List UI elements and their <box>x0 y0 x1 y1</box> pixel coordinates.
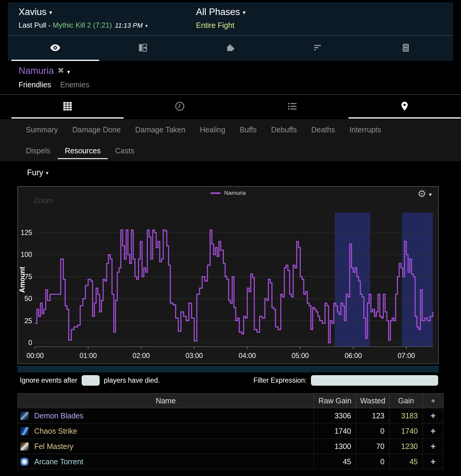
tab-damage-done[interactable]: Damage Done <box>65 122 128 138</box>
tab-interrupts[interactable]: Interrupts <box>342 122 388 138</box>
view-tabs <box>11 36 450 61</box>
table-row: Fel Mastery 1300 70 1230 + <box>18 439 444 454</box>
ability-link[interactable]: Arcane Torrent <box>34 457 83 466</box>
raw-gain-value: 1300 <box>314 439 356 454</box>
svg-text:00:00: 00:00 <box>26 352 44 360</box>
svg-text:50: 50 <box>24 295 32 303</box>
filter-expression-input[interactable] <box>311 375 438 386</box>
expand-row-button[interactable]: + <box>423 423 444 439</box>
tab-buffs[interactable]: Buffs <box>233 122 264 138</box>
ignore-events-prefix: Ignore events after <box>20 376 77 384</box>
puzzle-icon <box>226 43 235 52</box>
chevron-down-icon: ▾ <box>46 170 48 176</box>
door-icon <box>139 43 147 52</box>
pull-kill-label: Mythic Kill 2 (7:21) <box>53 21 112 29</box>
wasted-value: 0 <box>356 423 390 439</box>
view-tab-replay[interactable] <box>362 36 450 61</box>
bars-icon <box>314 45 322 51</box>
group-enemies[interactable]: Enemies <box>60 80 89 89</box>
ability-link[interactable]: Chaos Strike <box>34 427 77 435</box>
pull-prefix: Last Pull - <box>19 21 53 29</box>
table-row: Demon Blades 3306 123 3183 + <box>18 408 444 423</box>
phase-range-label: Entire Fight <box>196 21 234 30</box>
column-header-gain[interactable]: Gain <box>390 393 423 408</box>
ability-icon-demon-blades <box>20 412 29 420</box>
raw-gain-value: 1740 <box>314 423 356 439</box>
ability-link[interactable]: Demon Blades <box>34 411 83 420</box>
mode-tab-events[interactable] <box>236 95 348 119</box>
ability-icon-chaos-strike <box>20 427 29 435</box>
mode-tab-timeline[interactable] <box>124 95 236 119</box>
clock-icon <box>175 101 185 111</box>
target-selector[interactable]: Namuria✖▾ <box>19 65 70 76</box>
expand-row-button[interactable]: + <box>423 439 444 454</box>
svg-text:Amount: Amount <box>18 267 26 293</box>
boss-selector[interactable]: Xavius▾ <box>19 7 52 17</box>
grid-icon <box>63 102 72 111</box>
column-header-name[interactable]: Name <box>18 393 314 408</box>
table-header-row: Name Raw Gain Wasted Gain + <box>18 393 444 408</box>
chart-navigator[interactable] <box>17 366 439 372</box>
eye-icon <box>50 44 61 52</box>
column-header-raw-gain[interactable]: Raw Gain <box>314 393 356 408</box>
resource-type-label: Fury <box>27 168 43 177</box>
table-row: Chaos Strike 1740 0 1740 + <box>18 423 444 439</box>
tab-deaths[interactable]: Deaths <box>304 122 342 138</box>
ability-link[interactable]: Fel Mastery <box>34 442 74 451</box>
wasted-value: 0 <box>356 454 390 469</box>
report-header: Xavius▾ Last Pull - Mythic Kill 2 (7:21)… <box>8 2 453 61</box>
tab-damage-taken[interactable]: Damage Taken <box>128 122 193 138</box>
svg-text:01:00: 01:00 <box>80 352 97 360</box>
expand-row-button[interactable]: + <box>423 408 444 423</box>
tab-healing[interactable]: Healing <box>193 122 233 138</box>
filter-controls: Ignore events after players have died. F… <box>20 375 440 387</box>
expand-all-button[interactable]: + <box>423 393 444 408</box>
tab-dispels[interactable]: Dispels <box>19 143 58 159</box>
tab-casts[interactable]: Casts <box>108 143 141 159</box>
svg-text:25: 25 <box>24 317 32 325</box>
gain-value: 3183 <box>390 408 423 423</box>
view-tab-plugins[interactable] <box>187 36 274 61</box>
view-tab-rankings[interactable] <box>274 36 362 61</box>
gain-value: 45 <box>390 454 423 469</box>
view-tab-door[interactable] <box>99 36 187 61</box>
svg-text:02:00: 02:00 <box>133 352 150 360</box>
resource-chart: Namuria ⚙▾ Zoom 025507510012500:0001:000… <box>17 186 439 364</box>
resource-chart-plot[interactable]: 025507510012500:0001:0002:0003:0004:0005… <box>18 187 438 363</box>
svg-text:125: 125 <box>21 229 32 236</box>
map-pin-icon <box>401 102 408 111</box>
svg-text:04:00: 04:00 <box>239 352 256 360</box>
ability-icon-arcane-torrent <box>20 458 29 466</box>
svg-text:100: 100 <box>21 251 32 258</box>
film-icon <box>402 44 409 52</box>
mode-tab-positions[interactable] <box>348 95 461 119</box>
group-friendlies[interactable]: Friendlies <box>19 80 51 89</box>
chevron-down-icon: ▾ <box>243 9 246 16</box>
warcraft-logs-app: Xavius▾ Last Pull - Mythic Kill 2 (7:21)… <box>0 0 461 476</box>
tab-summary[interactable]: Summary <box>19 122 65 138</box>
tab-resources[interactable]: Resources <box>58 143 108 159</box>
pull-selector[interactable]: Last Pull - Mythic Kill 2 (7:21)11:13 PM… <box>19 21 148 29</box>
ignore-events-suffix: players have died. <box>104 376 160 384</box>
gain-value: 1230 <box>390 439 423 454</box>
list-icon <box>288 103 297 110</box>
ignore-deaths-input[interactable] <box>82 375 100 386</box>
tab-debuffs[interactable]: Debuffs <box>264 122 304 138</box>
close-icon[interactable]: ✖ <box>57 66 64 75</box>
chevron-down-icon: ▾ <box>145 23 147 28</box>
mode-tabs <box>11 95 461 119</box>
svg-text:0: 0 <box>28 339 32 347</box>
mode-tab-tables[interactable] <box>11 95 124 119</box>
column-header-wasted[interactable]: Wasted <box>356 393 390 408</box>
wasted-value: 123 <box>356 408 390 423</box>
phase-selector[interactable]: All Phases▾ <box>196 7 246 17</box>
analysis-tabs: SummaryDamage DoneDamage TakenHealingBuf… <box>0 119 461 161</box>
svg-text:05:00: 05:00 <box>292 352 309 360</box>
resource-type-selector[interactable]: Fury▾ <box>27 168 48 177</box>
chevron-down-icon: ▾ <box>49 9 52 16</box>
resource-gains-table: Name Raw Gain Wasted Gain + Demon Blades… <box>17 393 444 469</box>
view-tab-overview[interactable] <box>11 36 99 61</box>
expand-row-button[interactable]: + <box>423 454 444 469</box>
gain-value: 1740 <box>390 423 423 439</box>
chevron-down-icon[interactable]: ▾ <box>67 69 70 75</box>
